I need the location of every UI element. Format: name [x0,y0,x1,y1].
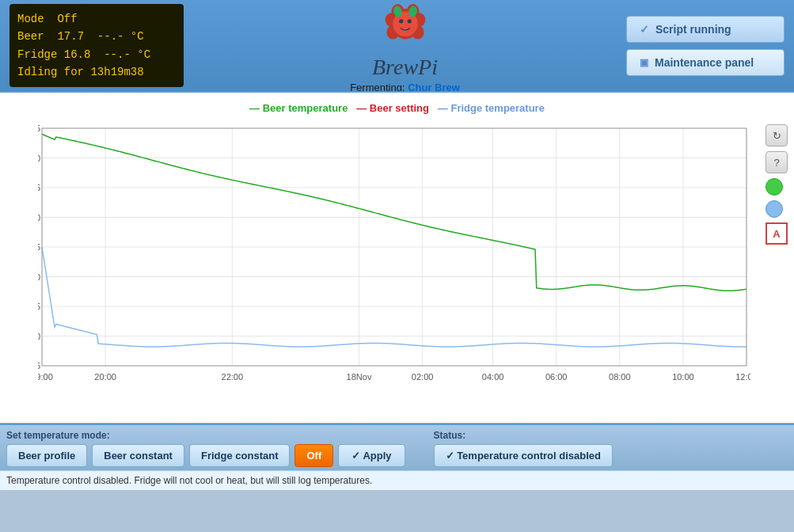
info-bar: Temperature control disabled. Fridge wil… [0,470,794,490]
svg-point-8 [399,19,403,23]
status-section: Status: ✓ Temperature control disabled [434,430,788,467]
status-label: Status: [434,430,788,441]
fridge-constant-button[interactable]: Fridge constant [189,444,291,467]
off-button[interactable]: Off [294,444,333,467]
brewpi-brand: BrewPi [372,55,438,80]
chart-legend: — Beer temperature — Beer setting — Frid… [0,99,794,119]
temperature-chart [38,120,750,397]
svg-point-9 [407,19,411,23]
set-temp-mode-label: Set temperature mode: [6,430,405,441]
control-panel: Set temperature mode: Beer profile Beer … [0,424,794,470]
status-check-icon: ✓ [446,450,458,462]
lcd-mode-value: Off [57,13,77,25]
lcd-fridge-value: 16.8 --.- °C [64,48,150,61]
raspberry-logo [378,0,433,53]
logo-area: BrewPi Fermenting: Chur Brew [192,0,618,93]
status-value: ✓ Temperature control disabled [434,444,613,467]
apply-check-icon: ✓ [351,450,363,462]
lcd-idling-label: Idling for [17,66,90,78]
lcd-beer-value: 17.7 --.- °C [57,30,143,43]
green-indicator [766,178,783,196]
monitor-icon: ▣ [640,57,648,68]
beer-profile-button[interactable]: Beer profile [6,444,87,467]
script-running-button[interactable]: ✓ Script running [626,16,785,43]
lcd-mode-label: Mode [17,13,57,25]
maintenance-panel-button[interactable]: ▣ Maintenance panel [626,49,785,76]
blue-indicator [766,200,783,218]
beer-constant-button[interactable]: Beer constant [92,444,184,467]
lcd-idling-value: 13h19m38 [90,66,143,78]
chart-container: — Beer temperature — Beer setting — Frid… [0,91,794,424]
lcd-fridge-label: Fridge [17,48,64,61]
status-row: ✓ Temperature control disabled [434,444,788,467]
side-buttons: ↻ ? A [766,124,788,245]
legend-fridge-temp: — Fridge temperature [438,102,545,114]
refresh-button[interactable]: ↻ [766,124,788,146]
lcd-display: Mode Off Beer 17.7 --.- °C Fridge 16.8 -… [9,4,184,88]
legend-beer-temp: — Beer temperature [249,102,348,114]
header-buttons: ✓ Script running ▣ Maintenance panel [626,16,785,76]
annotation-button[interactable]: A [766,222,788,245]
help-button[interactable]: ? [766,151,788,173]
check-icon: ✓ [640,23,649,36]
mode-buttons-row: Beer profile Beer constant Fridge consta… [6,444,405,467]
apply-button[interactable]: ✓ Apply [338,444,405,467]
mode-section: Set temperature mode: Beer profile Beer … [6,430,405,467]
legend-beer-setting: — Beer setting [356,102,429,114]
header: Mode Off Beer 17.7 --.- °C Fridge 16.8 -… [0,0,794,91]
lcd-beer-label: Beer [17,30,57,43]
